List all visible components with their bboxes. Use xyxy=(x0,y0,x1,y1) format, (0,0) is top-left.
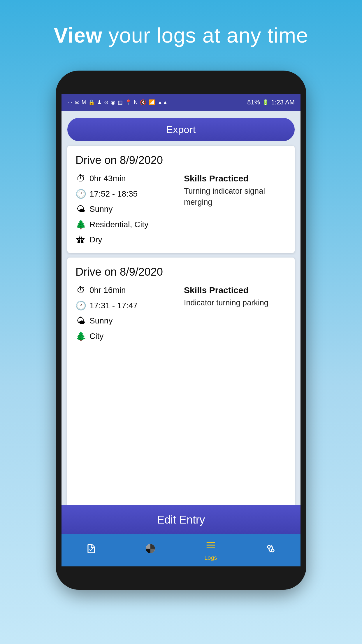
map-icon: ◉ xyxy=(111,99,115,106)
drive-card-1-left: ⏱ 0hr 43min 🕐 17:52 - 18:35 🌤 Sunny xyxy=(75,174,178,245)
signal-icon: ▲▲ xyxy=(157,99,168,106)
status-bar: ⋯ ✉ M 🔒 ♟ ⊙ ◉ ▨ 📍 N 🔇 📶 ▲▲ 81% 🔋 1:23 AM xyxy=(61,94,301,111)
stopwatch-icon-1: ⏱ xyxy=(75,174,86,183)
nfc-icon: N xyxy=(134,99,138,106)
stopwatch-icon-2: ⏱ xyxy=(75,285,86,295)
tree-icon-1: 🌲 xyxy=(75,219,86,230)
duration-row-1: ⏱ 0hr 43min xyxy=(75,174,178,183)
nav-item-logs-edit[interactable] xyxy=(86,543,97,558)
nav-item-map[interactable] xyxy=(265,543,276,558)
nav-label-logs: Logs xyxy=(204,554,217,561)
drive-card-1-right: Skills Practiced Turning indicator signa… xyxy=(184,174,287,245)
status-right: 81% 🔋 1:23 AM xyxy=(247,99,295,106)
gmail-icon: M xyxy=(82,99,86,106)
road-icon-1: 🛣 xyxy=(75,235,86,245)
clock: 1:23 AM xyxy=(271,99,295,106)
drive-card-2: Drive on 8/9/2020 ⏱ 0hr 16min 🕐 17:31 - … xyxy=(67,258,295,505)
time-range-text-1: 17:52 - 18:35 xyxy=(89,189,138,199)
clock-icon-1: 🕐 xyxy=(75,189,86,199)
header-bold: View xyxy=(54,24,102,47)
person-icon: ♟ xyxy=(97,99,102,106)
drive-card-1-title: Drive on 8/9/2020 xyxy=(75,154,287,167)
time-range-text-2: 17:31 - 17:47 xyxy=(89,301,138,310)
weather-row-1: 🌤 Sunny xyxy=(75,204,178,214)
bottom-nav: Logs xyxy=(61,534,301,566)
nav-edit-icon xyxy=(86,543,97,557)
nav-logs-icon xyxy=(205,540,216,553)
lock-icon: 🔒 xyxy=(88,99,95,106)
image-icon: ▨ xyxy=(118,99,123,106)
battery-percentage: 81% xyxy=(247,99,260,106)
phone-screen: ⋯ ✉ M 🔒 ♟ ⊙ ◉ ▨ 📍 N 🔇 📶 ▲▲ 81% 🔋 1:23 AM xyxy=(61,94,301,566)
road-row-1: 🛣 Dry xyxy=(75,235,178,245)
drive-card-2-right: Skills Practiced Indicator turning parki… xyxy=(184,285,287,341)
drive-card-2-title: Drive on 8/9/2020 xyxy=(75,266,287,278)
drive-card-1: Drive on 8/9/2020 ⏱ 0hr 43min 🕐 17:52 - … xyxy=(67,146,295,253)
sun-icon-2: 🌤 xyxy=(75,316,86,326)
alarm-icon: ⊙ xyxy=(104,99,108,106)
time-row-2: 🕐 17:31 - 17:47 xyxy=(75,300,178,311)
weather-text-1: Sunny xyxy=(89,204,113,214)
status-icons-left: ⋯ ✉ M 🔒 ♟ ⊙ ◉ ▨ 📍 N 🔇 📶 ▲▲ xyxy=(67,99,168,106)
drive-card-2-left: ⏱ 0hr 16min 🕐 17:31 - 17:47 🌤 Sunny xyxy=(75,285,178,341)
pin-icon: 📍 xyxy=(125,99,131,106)
skills-label-2: Skills Practiced xyxy=(184,285,287,295)
road-text-1: Dry xyxy=(89,235,102,244)
drive-card-2-body: ⏱ 0hr 16min 🕐 17:31 - 17:47 🌤 Sunny xyxy=(75,285,287,341)
sun-icon-1: 🌤 xyxy=(75,204,86,214)
location-text-1: Residential, City xyxy=(89,220,148,229)
location-row-2: 🌲 City xyxy=(75,331,178,341)
tree-icon-2: 🌲 xyxy=(75,331,86,341)
skills-text-2: Indicator turning parking xyxy=(184,298,287,309)
weather-row-2: 🌤 Sunny xyxy=(75,316,178,326)
skills-text-1: Turning indicator signal merging xyxy=(184,186,287,208)
duration-text-1: 0hr 43min xyxy=(89,174,126,183)
weather-text-2: Sunny xyxy=(89,316,113,326)
duration-row-2: ⏱ 0hr 16min xyxy=(75,285,178,295)
duration-text-2: 0hr 16min xyxy=(89,286,126,295)
svg-point-1 xyxy=(268,545,270,548)
skills-label-1: Skills Practiced xyxy=(184,174,287,183)
edit-entry-button[interactable]: Edit Entry xyxy=(61,505,301,534)
nav-map-icon xyxy=(265,543,276,557)
drive-card-1-body: ⏱ 0hr 43min 🕐 17:52 - 18:35 🌤 Sunny xyxy=(75,174,287,245)
location-row-1: 🌲 Residential, City xyxy=(75,219,178,230)
phone-bottom-bezel xyxy=(56,566,306,590)
battery-icon: 🔋 xyxy=(262,99,269,106)
location-text-2: City xyxy=(89,332,103,341)
phone-frame: ⋯ ✉ M 🔒 ♟ ⊙ ◉ ▨ 📍 N 🔇 📶 ▲▲ 81% 🔋 1:23 AM xyxy=(56,71,306,590)
nav-stats-icon xyxy=(145,543,156,557)
nav-item-stats[interactable] xyxy=(145,543,156,558)
wifi-icon: 📶 xyxy=(149,99,155,106)
phone-top-bezel xyxy=(56,71,306,94)
nav-item-logs[interactable]: Logs xyxy=(204,540,217,561)
export-button[interactable]: Export xyxy=(67,118,295,141)
svg-point-2 xyxy=(271,549,274,552)
clock-icon-2: 🕐 xyxy=(75,300,86,311)
header-rest: your logs at any time xyxy=(102,24,308,47)
mute-icon: 🔇 xyxy=(140,99,146,106)
page-header: View your logs at any time xyxy=(54,23,308,47)
time-row-1: 🕐 17:52 - 18:35 xyxy=(75,189,178,199)
edit-entry-label: Edit Entry xyxy=(157,514,205,526)
notification-icon: ⋯ xyxy=(67,99,73,106)
export-label: Export xyxy=(166,124,196,135)
email-icon: ✉ xyxy=(75,99,79,106)
screen-content: Export Drive on 8/9/2020 ⏱ 0hr 43min 🕐 1… xyxy=(61,111,301,505)
